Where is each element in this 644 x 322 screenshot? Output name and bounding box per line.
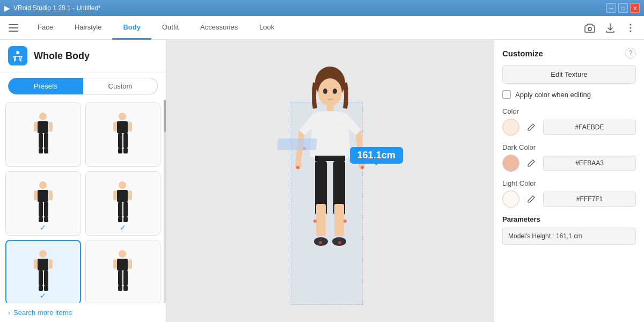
preset-item-3[interactable]: ✓ [5, 171, 81, 236]
viewport: 161.1cm [166, 40, 494, 322]
light-color-swatch[interactable] [502, 191, 519, 208]
svg-rect-44 [34, 259, 38, 269]
tab-outfit[interactable]: Outfit [151, 16, 189, 40]
height-badge: 161.1cm [350, 147, 403, 164]
svg-point-75 [338, 241, 341, 244]
preset-figure-1 [27, 111, 59, 159]
svg-rect-30 [39, 217, 43, 222]
tab-look[interactable]: Look [248, 16, 285, 40]
color-pen-icon[interactable] [524, 120, 539, 135]
tab-accessories[interactable]: Accessories [189, 16, 248, 40]
svg-rect-25 [38, 190, 48, 202]
svg-point-6 [630, 30, 632, 32]
tabbar: Face Hairstyle Body Outfit Accessories L… [0, 16, 644, 40]
preset-figure-5 [27, 248, 59, 296]
dark-color-label: Dark Color [502, 143, 636, 151]
maximize-button[interactable]: □ [618, 3, 628, 13]
custom-toggle-button[interactable]: Custom [83, 78, 158, 94]
svg-point-24 [39, 181, 47, 189]
minimize-button[interactable]: ─ [606, 3, 616, 13]
apply-color-checkbox[interactable] [502, 90, 511, 99]
dark-color-hex-value[interactable]: #EFBAA3 [543, 156, 636, 171]
light-color-label: Light Color [502, 179, 636, 187]
scrollbar[interactable] [164, 100, 166, 303]
edit-texture-button[interactable]: Edit Texture [502, 65, 636, 84]
svg-rect-27 [44, 202, 48, 217]
svg-point-48 [119, 250, 126, 258]
right-panel: Customize ? Edit Texture Apply color whe… [494, 40, 644, 322]
svg-rect-15 [44, 148, 48, 153]
svg-rect-49 [117, 259, 128, 270]
titlebar-controls: ─ □ ✕ [606, 3, 640, 13]
svg-rect-47 [44, 286, 48, 291]
parameters-title: Parameters [502, 215, 636, 223]
preset-item-4[interactable]: ✓ [85, 171, 161, 236]
preset-figure-6 [107, 248, 139, 296]
svg-rect-22 [118, 148, 122, 153]
svg-rect-42 [39, 270, 43, 286]
panel-title: Customize [502, 49, 543, 58]
svg-point-40 [39, 250, 47, 258]
svg-point-76 [313, 219, 317, 223]
height-line-indicator [277, 138, 317, 150]
more-options-button[interactable] [623, 20, 639, 36]
presets-grid: ✓ ✓ [0, 100, 166, 303]
svg-rect-41 [38, 259, 48, 270]
sidebar-title: Whole Body [34, 50, 90, 62]
svg-point-57 [318, 78, 342, 106]
color-section: Color #FAEBDE [502, 107, 636, 136]
preset-figure-3 [27, 179, 59, 228]
dark-color-swatch[interactable] [502, 155, 519, 172]
light-color-row: #FFF7F1 [502, 191, 636, 208]
scrollbar-thumb[interactable] [164, 100, 166, 132]
tab-hairstyle[interactable]: Hairstyle [64, 16, 113, 40]
color-row: #FAEBDE [502, 119, 636, 136]
preset-item-6[interactable] [85, 240, 161, 303]
svg-rect-53 [128, 259, 132, 269]
svg-rect-66 [316, 204, 326, 236]
help-icon[interactable]: ? [625, 48, 636, 58]
svg-rect-10 [39, 133, 43, 148]
preset-checkmark-3: ✓ [40, 223, 46, 232]
svg-rect-63 [315, 156, 345, 161]
hamburger-menu-icon[interactable] [5, 20, 21, 36]
svg-rect-9 [38, 121, 48, 133]
svg-point-72 [296, 166, 299, 169]
dark-color-pen-icon[interactable] [524, 156, 539, 171]
light-color-hex-value[interactable]: #FFF7F1 [543, 192, 636, 207]
svg-point-59 [333, 89, 337, 94]
svg-rect-14 [39, 148, 43, 153]
titlebar-left: ▶ VRoid Studio 1.28.1 - Untitled* [4, 4, 101, 12]
panel-title-row: Customize ? [502, 48, 636, 58]
presets-toggle-button[interactable]: Presets [8, 78, 83, 94]
light-color-pen-icon[interactable] [524, 192, 539, 207]
color-swatch[interactable] [502, 119, 519, 136]
svg-rect-51 [123, 270, 128, 286]
svg-rect-13 [49, 122, 53, 131]
svg-point-32 [119, 181, 126, 189]
preset-item-2[interactable] [85, 103, 161, 167]
svg-point-8 [39, 113, 47, 120]
search-more-items[interactable]: › Search more items [0, 303, 166, 322]
svg-rect-12 [34, 122, 38, 131]
character-figure [276, 60, 384, 302]
tab-face[interactable]: Face [27, 16, 64, 40]
svg-point-74 [319, 241, 322, 244]
tab-body[interactable]: Body [112, 16, 151, 40]
color-hex-value[interactable]: #FAEBDE [543, 120, 636, 135]
preset-item-5[interactable]: ✓ [5, 240, 81, 303]
sidebar: Whole Body Presets Custom [0, 40, 166, 322]
camera-button[interactable] [582, 20, 598, 36]
svg-rect-1 [9, 27, 18, 28]
preset-checkmark-5: ✓ [40, 291, 46, 300]
export-button[interactable] [602, 20, 618, 36]
svg-rect-18 [118, 133, 122, 148]
preset-item-1[interactable] [5, 103, 81, 167]
svg-rect-46 [39, 286, 43, 291]
svg-rect-34 [118, 202, 122, 217]
svg-point-3 [588, 27, 591, 31]
svg-point-16 [119, 113, 126, 120]
model-height-param: Model's Height : 161.1 cm [502, 228, 636, 245]
svg-rect-39 [123, 217, 128, 222]
close-button[interactable]: ✕ [630, 3, 640, 13]
